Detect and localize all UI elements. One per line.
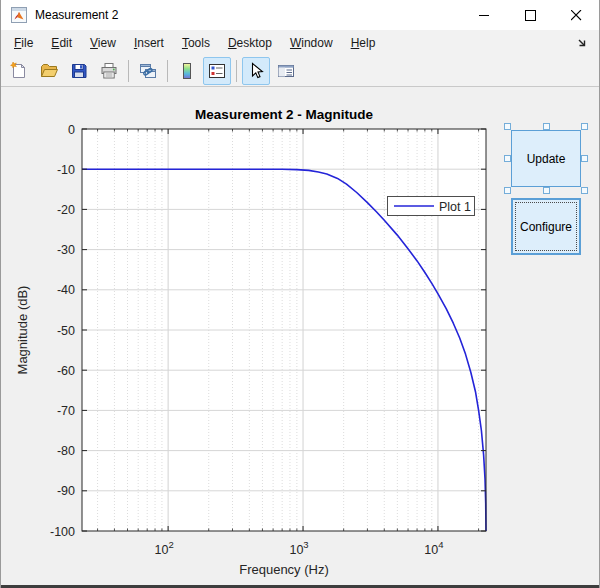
- y-tick-label: -10: [57, 163, 75, 177]
- toolbar-separator: [167, 60, 168, 82]
- x-tick-label: 103: [289, 539, 308, 557]
- x-tick-label: 104: [424, 539, 443, 557]
- y-tick-label: -60: [57, 364, 75, 378]
- y-tick-label: -90: [57, 484, 75, 498]
- y-tick-label: 0: [68, 123, 75, 137]
- open-file-icon: [39, 61, 59, 81]
- resize-handle[interactable]: [504, 155, 511, 162]
- plot-title: Measurement 2 - Magnitude: [195, 107, 373, 122]
- maximize-button[interactable]: [507, 0, 553, 30]
- resize-handle[interactable]: [504, 187, 511, 194]
- print-figure-icon: [99, 61, 119, 81]
- menu-item-insert[interactable]: Insert: [125, 32, 173, 54]
- matlab-figure-icon: [11, 7, 27, 23]
- y-tick-label: -70: [57, 404, 75, 418]
- save-figure-icon: [69, 61, 89, 81]
- x-axis-label: Frequency (Hz): [239, 562, 329, 577]
- window-title: Measurement 2: [35, 8, 461, 22]
- resize-handle[interactable]: [581, 123, 588, 130]
- property-editor-icon: [276, 61, 296, 81]
- save-figure-button[interactable]: [65, 57, 93, 85]
- y-tick-label: -40: [57, 283, 75, 297]
- toolbar-separator: [128, 60, 129, 82]
- update-button[interactable]: Update: [511, 130, 581, 187]
- new-figure-icon: [9, 61, 29, 81]
- legend-label: Plot 1: [439, 200, 471, 214]
- magnitude-plot[interactable]: 0-10-20-30-40-50-60-70-80-90-10010210310…: [1, 88, 599, 588]
- resize-handle[interactable]: [543, 187, 550, 194]
- print-figure-button[interactable]: [95, 57, 123, 85]
- toolbar-separator: [236, 60, 237, 82]
- menu-item-help[interactable]: Help: [342, 32, 385, 54]
- configure-button-label: Configure: [515, 202, 577, 251]
- menu-item-desktop[interactable]: Desktop: [219, 32, 281, 54]
- y-tick-label: -20: [57, 203, 75, 217]
- dock-arrow-icon[interactable]: [575, 36, 591, 52]
- menu-item-file[interactable]: File: [5, 32, 42, 54]
- minimize-button[interactable]: [461, 0, 507, 30]
- resize-handle[interactable]: [581, 155, 588, 162]
- edit-plot-icon: [246, 61, 266, 81]
- edit-plot-button[interactable]: [242, 57, 270, 85]
- close-button[interactable]: [553, 0, 599, 30]
- window-controls: [461, 0, 599, 30]
- insert-colorbar-button[interactable]: [173, 57, 201, 85]
- y-tick-label: -80: [57, 444, 75, 458]
- link-plot-icon: [138, 61, 158, 81]
- y-tick-label: -30: [57, 243, 75, 257]
- resize-handle[interactable]: [581, 187, 588, 194]
- open-file-button[interactable]: [35, 57, 63, 85]
- minimize-icon: [479, 10, 490, 21]
- menu-item-view[interactable]: View: [81, 32, 125, 54]
- figure-toolbar: [1, 56, 599, 87]
- y-axis-label: Magnitude (dB): [15, 286, 30, 375]
- y-tick-label: -50: [57, 324, 75, 338]
- menu-item-edit[interactable]: Edit: [42, 32, 81, 54]
- menu-item-window[interactable]: Window: [281, 32, 342, 54]
- insert-colorbar-icon: [177, 61, 197, 81]
- x-tick-label: 102: [155, 539, 174, 557]
- title-bar: Measurement 2: [1, 0, 599, 30]
- link-plot-button[interactable]: [134, 57, 162, 85]
- resize-handle[interactable]: [504, 123, 511, 130]
- menu-item-tools[interactable]: Tools: [173, 32, 219, 54]
- new-figure-button[interactable]: [5, 57, 33, 85]
- y-tick-label: -100: [50, 525, 75, 539]
- close-icon: [571, 10, 582, 21]
- maximize-icon: [525, 10, 536, 21]
- configure-button[interactable]: Configure: [511, 198, 581, 255]
- insert-legend-button[interactable]: [203, 57, 231, 85]
- resize-handle[interactable]: [543, 123, 550, 130]
- figure-window: Measurement 2 FileEditViewInsertToolsDes…: [0, 0, 600, 588]
- menu-bar: FileEditViewInsertToolsDesktopWindowHelp: [1, 30, 599, 56]
- property-editor-button[interactable]: [272, 57, 300, 85]
- insert-legend-icon: [207, 61, 227, 81]
- menu-items: FileEditViewInsertToolsDesktopWindowHelp: [5, 32, 384, 54]
- figure-canvas: 0-10-20-30-40-50-60-70-80-90-10010210310…: [1, 88, 599, 588]
